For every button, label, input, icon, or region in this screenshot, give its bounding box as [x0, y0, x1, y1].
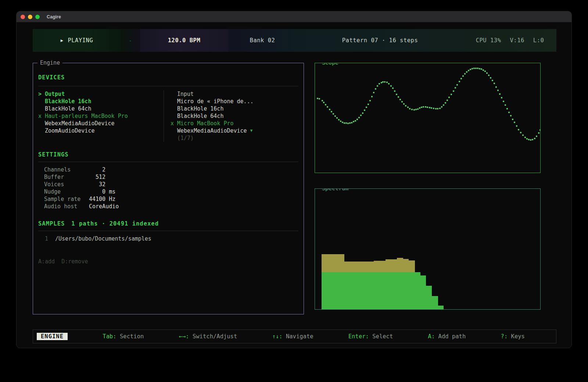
window-title: Cagire [47, 14, 61, 19]
device-item[interactable]: WebexMediaAudioDevice▼ [171, 127, 297, 134]
scope-dot [468, 70, 469, 71]
scope-dot [362, 112, 363, 114]
voice-count: V:16 [510, 37, 524, 44]
scope-dot [464, 73, 466, 75]
scope-dot [462, 75, 464, 77]
scope-dot [536, 136, 537, 137]
scope-dot [322, 100, 323, 101]
setting-value: CoreAudio [89, 203, 119, 210]
bpm-value: 120.0 BPM [168, 37, 201, 44]
spectrum-bar [386, 272, 397, 309]
scope-dot [475, 68, 477, 69]
spectrum-panel: Spectrum [315, 188, 541, 310]
settings-row[interactable]: Sample rate44100 Hz [44, 195, 119, 203]
scope-panel: Scope [315, 63, 541, 173]
column-title-prefix [171, 90, 177, 98]
spectrum-peak [397, 258, 403, 272]
device-item[interactable]: BlackHole 64ch [38, 105, 159, 112]
column-title-input: Input [177, 90, 194, 98]
spectrum-bar [409, 272, 415, 309]
spectrum-peak [403, 259, 409, 272]
settings-row[interactable]: Channels 2 [44, 166, 119, 173]
settings-row[interactable]: Audio hostCoreAudio [44, 203, 119, 210]
settings-row[interactable]: Buffer 512 [44, 173, 119, 181]
latency: L:0 [533, 37, 544, 44]
device-item[interactable]: BlackHole 16ch [171, 105, 297, 112]
device-item[interactable]: (1/7) [171, 134, 297, 142]
scope-dot [360, 115, 362, 116]
settings-heading: SETTINGS [38, 151, 69, 158]
setting-value: 44100 Hz [89, 195, 115, 203]
settings-row[interactable]: Voices 32 [44, 181, 119, 188]
hint-desc: Select [369, 333, 393, 340]
scope-dot [396, 94, 397, 95]
samples-heading-text: SAMPLES [38, 220, 65, 227]
scope-dot [453, 90, 454, 92]
setting-label: Voices [44, 181, 89, 188]
scope-dot [503, 101, 504, 102]
scope-dot [532, 139, 533, 140]
device-item-label: WebexMediaAudioDevice [45, 120, 115, 127]
spectrum-bar [397, 272, 403, 309]
scope-dot [388, 83, 390, 84]
device-item[interactable]: Micro de « iPhone de... [171, 98, 297, 105]
scope-dot [486, 72, 488, 74]
device-item[interactable]: ZoomAudioDevice [38, 127, 159, 134]
scope-dot [522, 134, 524, 136]
output-device-list: >OutputBlackHole 16chBlackHole 64chxHaut… [38, 90, 159, 134]
device-item[interactable]: xMicro MacBook Pro [171, 120, 297, 127]
scope-dot [375, 88, 376, 90]
device-item[interactable]: WebexMediaAudioDevice [38, 120, 159, 127]
device-item[interactable]: BlackHole 64ch [171, 112, 297, 120]
app-window: Cagire ▶ PLAYING - 120.0 BPM Bank 02 Pat… [16, 11, 572, 348]
scope-dot [445, 102, 446, 104]
samples-summary: 1 paths · 20491 indexed [71, 220, 159, 227]
scope-dot [466, 71, 467, 73]
scope-dot [501, 97, 502, 98]
scope-dot [405, 105, 406, 107]
setting-label: Channels [44, 166, 89, 173]
device-item[interactable]: xHaut-parleurs MacBook Pro [38, 112, 159, 120]
setting-value: 32 [89, 181, 105, 188]
tempo-tick: - [121, 29, 140, 52]
scope-dot [340, 120, 341, 122]
scope-dot [435, 108, 437, 109]
scope-dot [415, 109, 417, 110]
scope-dot [345, 122, 347, 124]
scope-dot [327, 106, 328, 108]
spectrum-bar [438, 306, 444, 309]
status-bar: ▶ PLAYING - 120.0 BPM Bank 02 Pattern 07… [33, 29, 556, 52]
device-column-header[interactable]: Input [171, 90, 297, 98]
scope-dot [323, 102, 325, 103]
spectrum-peak [374, 261, 386, 272]
scope-dot [325, 104, 326, 105]
minimize-button[interactable] [28, 15, 32, 19]
scope-dot [494, 83, 495, 84]
sample-path-row[interactable]: 1/Users/bubo/Documents/samples [45, 235, 151, 242]
hint-key: Tab: [103, 333, 116, 340]
spectrum-bar [420, 275, 426, 309]
engine-panel: Engine DEVICES >OutputBlackHole 16chBlac… [33, 63, 304, 314]
scope-dot [407, 107, 409, 108]
scope-dot [379, 83, 380, 84]
settings-row[interactable]: Nudge 0 ms [44, 188, 119, 195]
hint-desc: Add path [435, 333, 466, 340]
zoom-button[interactable] [35, 15, 40, 19]
mode-badge[interactable]: ENGINE [37, 333, 68, 340]
device-active-marker [171, 112, 177, 120]
sample-path-list: 1/Users/bubo/Documents/samples [45, 235, 151, 242]
scope-dot [524, 137, 526, 138]
spectrum-bar [374, 272, 386, 309]
device-item-label: Haut-parleurs MacBook Pro [45, 112, 128, 120]
system-stats: CPU 13% V:16 L:0 [463, 29, 556, 52]
scope-dot [399, 99, 401, 100]
spectrum-peak [344, 262, 374, 272]
close-button[interactable] [21, 15, 25, 19]
scope-dot [364, 109, 365, 111]
device-item[interactable]: BlackHole 16ch [38, 98, 159, 105]
input-device-list: InputMicro de « iPhone de...BlackHole 16… [171, 90, 297, 142]
scope-dot [394, 90, 395, 92]
device-column-header[interactable]: >Output [38, 90, 159, 98]
column-title-output: Output [45, 90, 65, 98]
window-titlebar[interactable]: Cagire [17, 11, 571, 22]
